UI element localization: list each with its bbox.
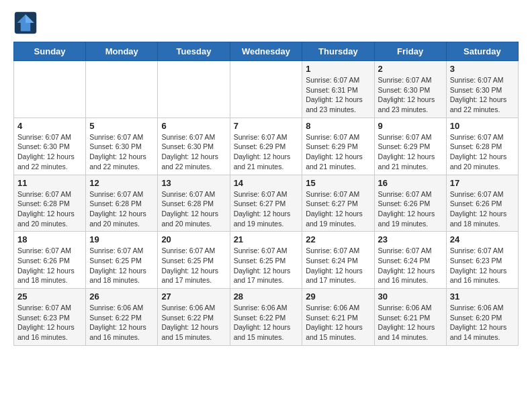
day-info: Sunrise: 6:07 AM Sunset: 6:29 PM Dayligh… [378,132,443,172]
day-number: 14 [234,178,299,188]
day-of-week-header: Monday [86,42,158,61]
calendar-cell: 29Sunrise: 6:06 AM Sunset: 6:21 PM Dayli… [302,289,374,346]
calendar-cell: 10Sunrise: 6:07 AM Sunset: 6:28 PM Dayli… [446,118,518,175]
day-number: 26 [89,291,154,302]
day-of-week-header: Saturday [446,42,518,61]
day-number: 28 [234,291,299,302]
day-of-week-header: Thursday [302,42,374,61]
day-of-week-header: Wednesday [230,42,302,61]
day-info: Sunrise: 6:07 AM Sunset: 6:30 PM Dayligh… [450,75,515,115]
day-info: Sunrise: 6:07 AM Sunset: 6:29 PM Dayligh… [306,132,370,172]
calendar-cell: 11Sunrise: 6:07 AM Sunset: 6:28 PM Dayli… [14,175,86,232]
calendar-cell: 31Sunrise: 6:06 AM Sunset: 6:20 PM Dayli… [446,289,518,346]
calendar-cell [158,61,230,118]
day-info: Sunrise: 6:06 AM Sunset: 6:22 PM Dayligh… [161,303,226,342]
calendar-cell: 13Sunrise: 6:07 AM Sunset: 6:28 PM Dayli… [158,175,230,232]
day-number: 24 [450,234,515,244]
day-info: Sunrise: 6:07 AM Sunset: 6:26 PM Dayligh… [17,246,82,285]
calendar-cell: 17Sunrise: 6:07 AM Sunset: 6:26 PM Dayli… [446,175,518,232]
day-info: Sunrise: 6:07 AM Sunset: 6:25 PM Dayligh… [89,246,154,285]
day-number: 11 [17,178,82,188]
calendar-week-row: 18Sunrise: 6:07 AM Sunset: 6:26 PM Dayli… [14,232,519,289]
calendar-cell: 24Sunrise: 6:07 AM Sunset: 6:23 PM Dayli… [446,232,518,289]
day-number: 21 [234,234,299,244]
calendar-cell: 28Sunrise: 6:06 AM Sunset: 6:22 PM Dayli… [230,289,302,346]
calendar-cell: 18Sunrise: 6:07 AM Sunset: 6:26 PM Dayli… [14,232,86,289]
calendar-cell: 19Sunrise: 6:07 AM Sunset: 6:25 PM Dayli… [86,232,158,289]
day-info: Sunrise: 6:07 AM Sunset: 6:23 PM Dayligh… [450,246,515,285]
calendar-cell: 12Sunrise: 6:07 AM Sunset: 6:28 PM Dayli… [86,175,158,232]
day-info: Sunrise: 6:07 AM Sunset: 6:24 PM Dayligh… [378,246,443,285]
day-number: 13 [161,178,226,188]
calendar-cell: 27Sunrise: 6:06 AM Sunset: 6:22 PM Dayli… [158,289,230,346]
day-info: Sunrise: 6:07 AM Sunset: 6:26 PM Dayligh… [378,189,443,229]
day-info: Sunrise: 6:07 AM Sunset: 6:31 PM Dayligh… [306,75,370,115]
day-info: Sunrise: 6:07 AM Sunset: 6:30 PM Dayligh… [89,132,154,172]
day-info: Sunrise: 6:07 AM Sunset: 6:28 PM Dayligh… [89,189,154,229]
day-info: Sunrise: 6:07 AM Sunset: 6:27 PM Dayligh… [234,189,299,229]
day-info: Sunrise: 6:06 AM Sunset: 6:22 PM Dayligh… [89,303,154,342]
day-info: Sunrise: 6:07 AM Sunset: 6:28 PM Dayligh… [450,132,515,172]
day-of-week-header: Sunday [14,42,86,61]
calendar-cell: 26Sunrise: 6:06 AM Sunset: 6:22 PM Dayli… [86,289,158,346]
day-number: 9 [378,121,443,131]
calendar-cell: 16Sunrise: 6:07 AM Sunset: 6:26 PM Dayli… [374,175,446,232]
calendar-cell: 20Sunrise: 6:07 AM Sunset: 6:25 PM Dayli… [158,232,230,289]
day-number: 6 [161,121,226,131]
calendar-body: 1Sunrise: 6:07 AM Sunset: 6:31 PM Daylig… [14,61,519,346]
day-number: 18 [17,234,82,244]
day-number: 7 [234,121,299,131]
day-info: Sunrise: 6:06 AM Sunset: 6:20 PM Dayligh… [450,303,515,342]
day-number: 30 [378,291,443,302]
day-number: 29 [306,291,370,302]
day-number: 19 [89,234,154,244]
day-info: Sunrise: 6:07 AM Sunset: 6:30 PM Dayligh… [161,132,226,172]
calendar-table: SundayMondayTuesdayWednesdayThursdayFrid… [13,42,519,346]
day-info: Sunrise: 6:07 AM Sunset: 6:24 PM Dayligh… [306,246,370,285]
day-info: Sunrise: 6:07 AM Sunset: 6:26 PM Dayligh… [450,189,515,229]
day-of-week-header: Tuesday [158,42,230,61]
day-of-week-header: Friday [374,42,446,61]
day-number: 10 [450,121,515,131]
day-info: Sunrise: 6:06 AM Sunset: 6:22 PM Dayligh… [234,303,299,342]
day-info: Sunrise: 6:07 AM Sunset: 6:30 PM Dayligh… [17,132,82,172]
calendar-cell: 30Sunrise: 6:06 AM Sunset: 6:21 PM Dayli… [374,289,446,346]
calendar-cell: 6Sunrise: 6:07 AM Sunset: 6:30 PM Daylig… [158,118,230,175]
day-info: Sunrise: 6:07 AM Sunset: 6:25 PM Dayligh… [234,246,299,285]
calendar-week-row: 25Sunrise: 6:07 AM Sunset: 6:23 PM Dayli… [14,289,519,346]
calendar-cell [230,61,302,118]
calendar-cell: 7Sunrise: 6:07 AM Sunset: 6:29 PM Daylig… [230,118,302,175]
calendar-cell: 21Sunrise: 6:07 AM Sunset: 6:25 PM Dayli… [230,232,302,289]
day-info: Sunrise: 6:07 AM Sunset: 6:28 PM Dayligh… [161,189,226,229]
day-info: Sunrise: 6:07 AM Sunset: 6:28 PM Dayligh… [17,189,82,229]
calendar-week-row: 11Sunrise: 6:07 AM Sunset: 6:28 PM Dayli… [14,175,519,232]
day-number: 31 [450,291,515,302]
calendar-header: SundayMondayTuesdayWednesdayThursdayFrid… [14,42,519,61]
day-number: 16 [378,178,443,188]
calendar-cell: 9Sunrise: 6:07 AM Sunset: 6:29 PM Daylig… [374,118,446,175]
calendar-cell: 14Sunrise: 6:07 AM Sunset: 6:27 PM Dayli… [230,175,302,232]
day-number: 20 [161,234,226,244]
day-number: 3 [450,64,515,74]
day-number: 17 [450,178,515,188]
day-info: Sunrise: 6:07 AM Sunset: 6:23 PM Dayligh… [17,303,82,342]
calendar-cell: 3Sunrise: 6:07 AM Sunset: 6:30 PM Daylig… [446,61,518,118]
calendar-cell: 2Sunrise: 6:07 AM Sunset: 6:30 PM Daylig… [374,61,446,118]
calendar-cell: 5Sunrise: 6:07 AM Sunset: 6:30 PM Daylig… [86,118,158,175]
day-info: Sunrise: 6:07 AM Sunset: 6:27 PM Dayligh… [306,189,370,229]
calendar-cell: 4Sunrise: 6:07 AM Sunset: 6:30 PM Daylig… [14,118,86,175]
calendar-cell [14,61,86,118]
days-of-week-row: SundayMondayTuesdayWednesdayThursdayFrid… [14,42,519,61]
calendar-cell: 22Sunrise: 6:07 AM Sunset: 6:24 PM Dayli… [302,232,374,289]
day-number: 27 [161,291,226,302]
day-number: 25 [17,291,82,302]
day-number: 8 [306,121,370,131]
day-number: 1 [306,64,370,74]
calendar-cell: 1Sunrise: 6:07 AM Sunset: 6:31 PM Daylig… [302,61,374,118]
calendar-cell: 25Sunrise: 6:07 AM Sunset: 6:23 PM Dayli… [14,289,86,346]
day-number: 23 [378,234,443,244]
day-number: 2 [378,64,443,74]
day-info: Sunrise: 6:07 AM Sunset: 6:30 PM Dayligh… [378,75,443,115]
calendar-cell: 8Sunrise: 6:07 AM Sunset: 6:29 PM Daylig… [302,118,374,175]
day-info: Sunrise: 6:06 AM Sunset: 6:21 PM Dayligh… [306,303,370,342]
